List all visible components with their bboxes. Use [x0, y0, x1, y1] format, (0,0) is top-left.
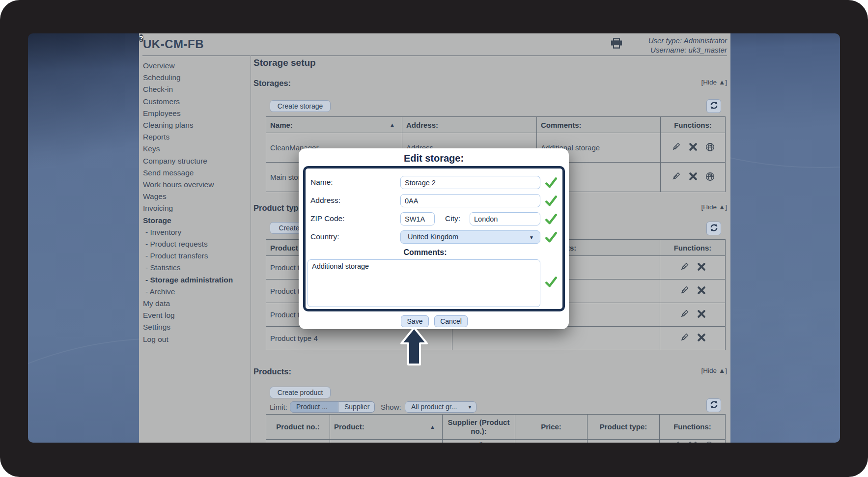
sidebar-item-storage[interactable]: Storage: [143, 215, 249, 226]
page-title: Storage setup: [253, 57, 316, 68]
sort-asc-icon: ▲: [430, 422, 435, 431]
limit-label: Limit:: [270, 403, 287, 411]
pencil-icon[interactable]: [679, 262, 689, 273]
limit-supplier-button[interactable]: Supplier: [338, 401, 375, 413]
col-header-functions: Functions:: [660, 415, 726, 440]
cell-functions: [660, 303, 726, 327]
pencil-icon[interactable]: [672, 441, 681, 443]
pencil-icon[interactable]: [679, 333, 689, 344]
zip-city-valid-check-icon: [544, 212, 558, 226]
country-valid-check-icon: [544, 230, 558, 244]
storages-refresh-button[interactable]: [706, 99, 721, 113]
desktop-background: UK-CM-FB ? User type: Administrator User…: [28, 33, 840, 443]
edit-storage-modal: Edit storage: Name: Address: ZIP Code: C…: [299, 148, 569, 329]
zip-label: ZIP Code:: [310, 214, 345, 223]
sidebar-item-reports[interactable]: Reports: [143, 131, 249, 143]
sidebar-item-inventory[interactable]: - Inventory: [143, 226, 249, 238]
create-storage-button[interactable]: Create storage: [270, 100, 331, 112]
col-header-functions: Functions:: [661, 117, 726, 133]
cell-functions: [660, 327, 726, 350]
col-header-product[interactable]: Product:▲: [330, 415, 443, 440]
user-type-text: User type: Administrator: [648, 36, 727, 45]
pencil-icon[interactable]: [671, 171, 681, 183]
user-info: User type: Administrator Username: uk3_m…: [648, 36, 727, 55]
globe-icon[interactable]: [705, 172, 715, 183]
storages-header-row: Name:▲ Address: Comments: Functions:: [266, 117, 726, 133]
col-header-comments[interactable]: Comments:: [537, 117, 661, 133]
sidebar-item-cleaning-plans[interactable]: Cleaning plans: [143, 119, 249, 131]
col-header-product-no[interactable]: Product no.:: [266, 415, 330, 440]
screenshot-stage: UK-CM-FB ? User type: Administrator User…: [0, 0, 868, 477]
sidebar-item-customers[interactable]: Customers: [143, 96, 249, 108]
sidebar-item-statistics[interactable]: - Statistics: [143, 262, 249, 274]
col-header-address[interactable]: Address:: [402, 117, 537, 133]
cell-product-type: [588, 440, 660, 443]
sidebar-item-log-out[interactable]: Log out: [143, 334, 249, 345]
sidebar-item-archive[interactable]: - Archive: [143, 286, 249, 298]
col-header-functions: Functions:: [660, 240, 726, 256]
delete-x-icon[interactable]: [689, 172, 698, 182]
sidebar-item-event-log[interactable]: Event log: [143, 309, 249, 321]
cell-functions: [660, 280, 726, 303]
sidebar-item-overview[interactable]: Overview: [143, 60, 249, 72]
sidebar-item-scheduling[interactable]: Scheduling: [143, 72, 249, 84]
sidebar-item-check-in[interactable]: Check-in: [143, 84, 249, 95]
sidebar-item-wages[interactable]: Wages: [143, 191, 249, 202]
pencil-icon[interactable]: [679, 309, 689, 320]
sidebar-item-send-message[interactable]: Send message: [143, 167, 249, 179]
city-field[interactable]: [470, 212, 540, 225]
comments-field[interactable]: Additional storage: [308, 259, 540, 307]
sidebar-item-company-structure[interactable]: Company structure: [143, 155, 249, 167]
col-header-name[interactable]: Name:▲: [266, 117, 402, 133]
save-button[interactable]: Save: [401, 315, 429, 327]
pencil-icon[interactable]: [671, 142, 681, 153]
address-field[interactable]: [400, 194, 540, 207]
cell-price: [515, 440, 588, 443]
delete-x-icon[interactable]: [689, 441, 697, 443]
sidebar-item-employees[interactable]: Employees: [143, 108, 249, 119]
globe-icon[interactable]: [705, 142, 715, 153]
col-header-price[interactable]: Price:: [515, 415, 588, 440]
product-types-refresh-button[interactable]: [706, 222, 721, 235]
col-header-supplier[interactable]: Supplier (Product no.):: [443, 415, 515, 440]
sidebar-item-settings[interactable]: Settings: [143, 321, 249, 333]
sidebar-item-invoicing[interactable]: Invoicing: [143, 202, 249, 214]
cancel-button[interactable]: Cancel: [434, 315, 468, 327]
sidebar-item-storage-administration[interactable]: - Storage administration: [143, 274, 249, 286]
sidebar-item-keys[interactable]: Keys: [143, 143, 249, 155]
limit-toggle: Product ... Supplier: [290, 401, 375, 413]
country-select[interactable]: United Kingdom ▼: [400, 230, 540, 244]
delete-x-icon[interactable]: [697, 333, 706, 343]
cell-product: [330, 440, 443, 443]
storages-hide-link[interactable]: [Hide ▲]: [701, 79, 727, 86]
products-header-row: Product no.: Product:▲ Supplier (Product…: [266, 415, 726, 440]
products-refresh-button[interactable]: [706, 398, 721, 412]
comments-label: Comments:: [299, 248, 552, 257]
sidebar-item-product-transfers[interactable]: - Product transfers: [143, 250, 249, 262]
sidebar-item-work-hours-overview[interactable]: Work hours overview: [143, 179, 249, 191]
zip-field[interactable]: [400, 212, 435, 225]
product-type-row: Product type 4: [266, 327, 726, 350]
sidebar-item-product-requests[interactable]: - Product requests: [143, 238, 249, 250]
sidebar-item-my-data[interactable]: My data: [143, 298, 249, 309]
limit-product-button[interactable]: Product ...: [290, 401, 338, 413]
print-icon[interactable]: [611, 38, 622, 49]
pencil-icon[interactable]: [679, 285, 689, 297]
name-label: Name:: [310, 178, 333, 187]
delete-x-icon[interactable]: [697, 309, 706, 320]
sidebar-nav: Overview Scheduling Check-in Customers E…: [143, 60, 249, 345]
products-hide-link[interactable]: [Hide ▲]: [701, 367, 727, 374]
delete-x-icon[interactable]: [697, 262, 706, 273]
chevron-down-icon: ▼: [529, 231, 534, 244]
delete-x-icon[interactable]: [697, 286, 706, 296]
info-icon[interactable]: [705, 441, 713, 443]
delete-x-icon[interactable]: [689, 142, 698, 153]
product-group-dropdown[interactable]: All product gr... ▼: [405, 401, 476, 413]
cell-functions: [660, 256, 726, 280]
country-label: Country:: [310, 232, 339, 241]
name-field[interactable]: [400, 176, 540, 189]
create-product-button[interactable]: Create product: [270, 387, 331, 398]
product-types-hide-link[interactable]: [Hide ▲]: [701, 203, 727, 211]
sort-asc-icon: ▲: [390, 122, 395, 128]
col-header-product-type[interactable]: Product type:: [588, 415, 660, 440]
